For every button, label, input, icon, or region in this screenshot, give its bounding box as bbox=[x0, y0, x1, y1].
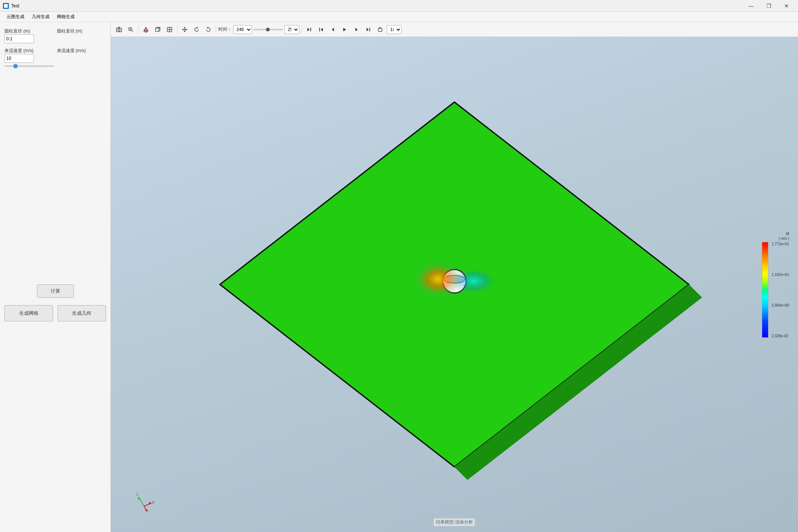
colorbar-title: U bbox=[786, 231, 789, 236]
colorbar-gradient bbox=[762, 242, 768, 338]
svg-rect-0 bbox=[4, 4, 8, 8]
gen-geom-button[interactable]: 生成几何 bbox=[58, 305, 106, 321]
colorbar: U ( m/s ) 1.772e+01 1.182e+01 5.909e+00 … bbox=[762, 231, 789, 338]
gen-mesh-button[interactable]: 生成网格 bbox=[4, 305, 53, 321]
close-button[interactable]: ✕ bbox=[778, 0, 795, 12]
colorbar-min: 2.328e-03 bbox=[771, 334, 789, 338]
svg-marker-16 bbox=[307, 28, 310, 31]
cube-button[interactable] bbox=[153, 24, 163, 35]
svg-text:X: X bbox=[152, 500, 155, 505]
svg-marker-24 bbox=[366, 28, 369, 31]
spacer2 bbox=[4, 326, 106, 526]
sep4 bbox=[301, 25, 302, 34]
paint-button[interactable] bbox=[141, 24, 151, 35]
playback-speed-select[interactable]: 1x bbox=[387, 25, 402, 34]
main-layout: 圆柱直径 (m) 圆柱直径 (m) 来流速度 (m/s) 来流 bbox=[0, 22, 798, 532]
cylinder-diameter-label: 圆柱直径 (m) bbox=[4, 28, 30, 34]
inlet-velocity-input[interactable] bbox=[4, 54, 34, 63]
svg-marker-20 bbox=[332, 28, 334, 31]
left-panel: 圆柱直径 (m) 圆柱直径 (m) 来流速度 (m/s) 来流 bbox=[0, 22, 111, 532]
inlet-velocity-right: 来流速度 (m/s) bbox=[57, 48, 106, 54]
export-button[interactable] bbox=[375, 24, 385, 35]
menubar: 云图生成 几何生成 网格生成 bbox=[0, 12, 798, 22]
window-title: Test bbox=[11, 3, 19, 8]
menu-item-geometry[interactable]: 几何生成 bbox=[28, 12, 53, 21]
titlebar: Test — ❐ ✕ bbox=[0, 0, 798, 12]
window-controls: — ❐ ✕ bbox=[743, 0, 795, 12]
minimize-button[interactable]: — bbox=[743, 0, 760, 12]
menu-item-cloud[interactable]: 云图生成 bbox=[3, 12, 28, 21]
refresh-button[interactable] bbox=[191, 24, 202, 35]
spacer bbox=[4, 72, 106, 273]
time-label: 时间： bbox=[218, 26, 232, 33]
colorbar-mid2: 5.909e+00 bbox=[771, 303, 789, 307]
viewport-area: 时间： 246 25 bbox=[111, 22, 798, 532]
svg-text:Z: Z bbox=[136, 492, 139, 497]
cylinder-diameter-input[interactable] bbox=[4, 34, 34, 43]
cylinder-diameter-label2: 圆柱直径 (m) bbox=[57, 28, 82, 34]
move-button[interactable] bbox=[180, 24, 190, 35]
svg-rect-25 bbox=[378, 28, 382, 31]
sep1 bbox=[138, 25, 139, 34]
viewport-3d[interactable]: Z X 结果模型:流体分析 U ( m/s ) bbox=[111, 37, 798, 532]
play-button[interactable] bbox=[340, 24, 350, 35]
param-row-diam1: 圆柱直径 (m) bbox=[4, 28, 54, 34]
svg-rect-23 bbox=[369, 28, 370, 31]
sep3 bbox=[216, 25, 216, 34]
svg-point-32 bbox=[451, 268, 497, 294]
sep2 bbox=[177, 25, 177, 34]
cylinder-diameter-row: 圆柱直径 (m) 圆柱直径 (m) bbox=[4, 28, 106, 43]
svg-marker-22 bbox=[355, 28, 358, 31]
viewport-bottom-label: 结果模型:流体分析 bbox=[434, 518, 475, 526]
param-row-diam2: 圆柱直径 (m) bbox=[57, 28, 106, 34]
svg-point-2 bbox=[118, 29, 120, 31]
camera-button[interactable] bbox=[114, 24, 124, 35]
calc-btn-row: 计算 bbox=[4, 284, 106, 298]
svg-marker-21 bbox=[343, 28, 346, 31]
inlet-velocity-left: 来流速度 (m/s) bbox=[4, 48, 54, 68]
frame-button[interactable] bbox=[164, 24, 175, 35]
toolbar: 时间： 246 25 bbox=[111, 22, 798, 37]
svg-rect-18 bbox=[319, 28, 320, 31]
colorbar-mid: 1.182e+01 bbox=[771, 273, 789, 277]
colorbar-labels: 1.772e+01 1.182e+01 5.909e+00 2.328e-03 bbox=[771, 242, 789, 338]
step-forward-button[interactable] bbox=[351, 24, 362, 35]
svg-rect-8 bbox=[156, 28, 159, 31]
scene-svg bbox=[111, 37, 798, 532]
param-row-vel2: 来流速度 (m/s) bbox=[57, 48, 106, 54]
prev-button[interactable] bbox=[316, 24, 326, 35]
svg-rect-17 bbox=[310, 28, 311, 31]
svg-line-4 bbox=[132, 30, 133, 32]
cylinder-diameter-left: 圆柱直径 (m) bbox=[4, 28, 54, 43]
step-back-button[interactable] bbox=[328, 24, 338, 35]
colorbar-max: 1.772e+01 bbox=[771, 242, 789, 246]
time-select[interactable]: 246 bbox=[233, 25, 252, 34]
svg-marker-19 bbox=[321, 28, 323, 31]
calc-button[interactable]: 计算 bbox=[37, 284, 74, 298]
inlet-velocity-label: 来流速度 (m/s) bbox=[4, 48, 34, 54]
skip-end-button[interactable] bbox=[304, 24, 314, 35]
axis-indicator: Z X bbox=[133, 491, 155, 514]
cylinder-diameter-right: 圆柱直径 (m) bbox=[57, 28, 106, 34]
svg-marker-40 bbox=[145, 509, 148, 512]
skip-start-button[interactable] bbox=[363, 24, 374, 35]
titlebar-left: Test bbox=[3, 3, 19, 9]
inlet-velocity-label2: 来流速度 (m/s) bbox=[57, 48, 86, 54]
menu-item-mesh[interactable]: 网格生成 bbox=[53, 12, 78, 21]
app-icon bbox=[3, 3, 9, 9]
svg-marker-37 bbox=[149, 502, 151, 505]
colorbar-unit: ( m/s ) bbox=[779, 236, 789, 241]
gen-btn-row: 生成网格 生成几何 bbox=[4, 305, 106, 321]
rotate-button[interactable] bbox=[203, 24, 214, 35]
inlet-velocity-row: 来流速度 (m/s) 来流速度 (m/s) bbox=[4, 48, 106, 68]
speed-select[interactable]: 25 bbox=[284, 25, 299, 34]
param-row-vel1: 来流速度 (m/s) bbox=[4, 48, 54, 54]
time-slider[interactable] bbox=[253, 29, 283, 30]
maximize-button[interactable]: ❐ bbox=[760, 0, 777, 12]
svg-rect-7 bbox=[145, 31, 147, 32]
zoom-button[interactable] bbox=[126, 24, 136, 35]
inlet-velocity-slider[interactable] bbox=[4, 65, 54, 67]
